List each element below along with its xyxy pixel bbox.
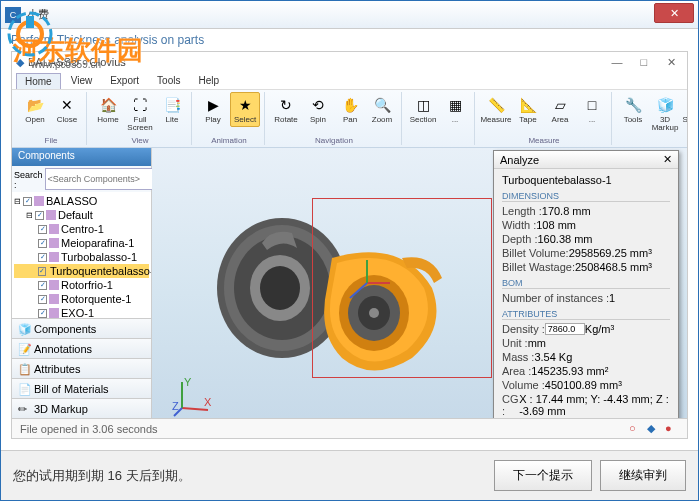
maximize-button[interactable]: □: [632, 56, 656, 68]
checkbox[interactable]: ✓: [38, 309, 47, 318]
menu-home[interactable]: Home: [16, 73, 61, 89]
ribbon-pan-button[interactable]: ✋Pan: [335, 92, 365, 127]
checkbox[interactable]: ✓: [38, 267, 46, 276]
checkbox[interactable]: ✓: [35, 211, 44, 220]
checkbox[interactable]: ✓: [38, 295, 47, 304]
component-tree[interactable]: ⊟✓BALASSO⊟✓Default✓Centro-1✓Meioparafina…: [12, 192, 151, 318]
analyze-part-name: Turboquentebalasso-1: [502, 174, 612, 186]
ribbon-area-button[interactable]: ▱Area: [545, 92, 575, 127]
property-row: Number of instances : 1: [502, 291, 670, 305]
expand-icon[interactable]: ⊟: [26, 211, 33, 220]
menu-tools[interactable]: Tools: [149, 73, 188, 88]
continue-trial-button[interactable]: 继续审判: [600, 460, 686, 491]
property-value: mm: [528, 337, 546, 349]
tree-item[interactable]: ✓Centro-1: [14, 222, 149, 236]
ribbon-label: ...: [452, 116, 459, 124]
ribbon-open-button[interactable]: 📂Open: [20, 92, 50, 127]
status-icon-3[interactable]: ●: [665, 422, 679, 436]
menu-export[interactable]: Export: [102, 73, 147, 88]
select-icon: ★: [235, 95, 255, 115]
bill of materials-icon: 📄: [18, 383, 30, 395]
ribbon-group-label: Navigation: [315, 136, 353, 145]
ribbon-3d-markup-button[interactable]: 🧊3D Markup: [650, 92, 680, 135]
expand-icon[interactable]: ⊟: [14, 197, 21, 206]
ribbon-section-button[interactable]: ◫Section: [408, 92, 438, 127]
play-icon: ▶: [203, 95, 223, 115]
ribbon-select-button[interactable]: ★Select: [230, 92, 260, 127]
property-key: Billet Wastage:: [502, 261, 575, 273]
accordion-attributes[interactable]: 📋Attributes: [12, 358, 151, 378]
tree-item[interactable]: ✓Rotorfrio-1: [14, 278, 149, 292]
ribbon-zoom-button[interactable]: 🔍Zoom: [367, 92, 397, 127]
minimize-button[interactable]: —: [605, 56, 629, 68]
checkbox[interactable]: ✓: [23, 197, 32, 206]
checkbox[interactable]: ✓: [38, 225, 47, 234]
property-key: Unit :: [502, 337, 528, 349]
tree-item[interactable]: ✓Meioparafina-1: [14, 236, 149, 250]
analyze-close-icon[interactable]: ✕: [663, 153, 672, 166]
menu-view[interactable]: View: [63, 73, 101, 88]
svg-text:Z: Z: [172, 400, 179, 412]
accordion-3d-markup[interactable]: ✏3D Markup: [12, 398, 151, 418]
ribbon-lite-button[interactable]: 📑Lite: [157, 92, 187, 127]
ribbon-full-screen-button[interactable]: ⛶Full Screen: [125, 92, 155, 135]
property-value: 145235.93 mm²: [531, 365, 608, 377]
ribbon-close-button[interactable]: ✕Close: [52, 92, 82, 127]
axes-triad-icon: X Y Z: [172, 378, 212, 418]
search-input[interactable]: [45, 168, 163, 190]
tree-item[interactable]: ✓EXO-1: [14, 306, 149, 318]
viewport-3d[interactable]: X Y Z Analyze ✕ Turboquentebalasso-1 DIM…: [152, 148, 687, 438]
property-key: Number of instances :: [502, 292, 609, 304]
tree-item[interactable]: ⊟✓Default: [14, 208, 149, 222]
full screen-icon: ⛶: [130, 95, 150, 115]
tree-item[interactable]: ✓Turbobalasso-1: [14, 250, 149, 264]
density-input[interactable]: [545, 323, 585, 335]
next-tip-button[interactable]: 下一个提示: [494, 460, 592, 491]
ribbon-tools-button[interactable]: 🔧Tools: [618, 92, 648, 127]
tree-item[interactable]: ✓Turboquentebalasso-1: [14, 264, 149, 278]
search-label: Search :: [14, 168, 43, 190]
ribbon-home-button[interactable]: 🏠Home: [93, 92, 123, 127]
rotate-icon: ↻: [276, 95, 296, 115]
part-icon: [49, 252, 59, 262]
ribbon-group: 🏠Home⛶Full Screen📑LiteView: [89, 92, 192, 145]
accordion-bill-of-materials[interactable]: 📄Bill of Materials: [12, 378, 151, 398]
tree-item[interactable]: ✓Rotorquente-1: [14, 292, 149, 306]
tape-icon: 📐: [518, 95, 538, 115]
ribbon-settings-button[interactable]: ⚙Settings: [682, 92, 688, 127]
ribbon-play-button[interactable]: ▶Play: [198, 92, 228, 127]
checkbox[interactable]: ✓: [38, 281, 47, 290]
svg-text:Y: Y: [184, 378, 192, 388]
analyze-header: Analyze ✕: [494, 151, 678, 169]
checkbox[interactable]: ✓: [38, 253, 47, 262]
checkbox[interactable]: ✓: [38, 239, 47, 248]
ribbon-spin-button[interactable]: ⟲Spin: [303, 92, 333, 127]
property-value: 160.38 mm: [537, 233, 592, 245]
tree-label: EXO-1: [61, 307, 94, 318]
close-button[interactable]: ✕: [654, 3, 694, 23]
ribbon-rotate-button[interactable]: ↻Rotate: [271, 92, 301, 127]
inner-close-button[interactable]: ✕: [659, 56, 683, 69]
property-value: 2958569.25 mm³: [569, 247, 652, 259]
ribbon-measure-button[interactable]: 📏Measure: [481, 92, 511, 127]
section-attributes: ATTRIBUTES: [502, 309, 670, 320]
status-icon-1[interactable]: ○: [629, 422, 643, 436]
ribbon-...-button[interactable]: □...: [577, 92, 607, 127]
accordion-components[interactable]: 🧊Components: [12, 318, 151, 338]
svg-line-15: [182, 408, 208, 410]
tools-icon: 🔧: [623, 95, 643, 115]
ribbon-tape-button[interactable]: 📐Tape: [513, 92, 543, 127]
ribbon-...-button[interactable]: ▦...: [440, 92, 470, 127]
accordion-annotations[interactable]: 📝Annotations: [12, 338, 151, 358]
property-row: Billet Volume: 2958569.25 mm³: [502, 246, 670, 260]
menu-help[interactable]: Help: [190, 73, 227, 88]
property-key: Depth :: [502, 233, 537, 245]
ribbon-group: ↻Rotate⟲Spin✋Pan🔍ZoomNavigation: [267, 92, 402, 145]
property-key: CG :: [502, 393, 519, 417]
status-icon-2[interactable]: ◆: [647, 422, 661, 436]
tree-label: Default: [58, 209, 93, 221]
property-value: 450100.89 mm³: [545, 379, 622, 391]
property-value: X : 17.44 mm; Y: -4.43 mm; Z : -3.69 mm: [519, 393, 670, 417]
analyze-panel: Analyze ✕ Turboquentebalasso-1 DIMENSION…: [493, 150, 679, 438]
tree-item[interactable]: ⊟✓BALASSO: [14, 194, 149, 208]
